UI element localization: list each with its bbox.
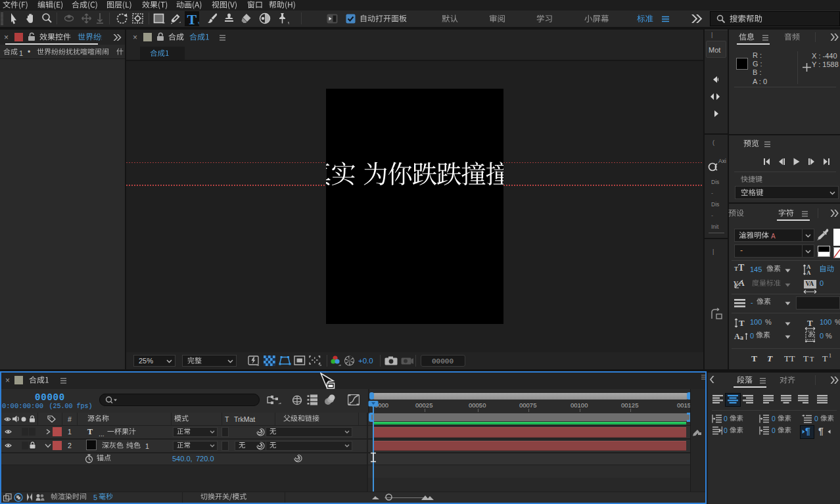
svg-text:A: A: [806, 269, 811, 276]
